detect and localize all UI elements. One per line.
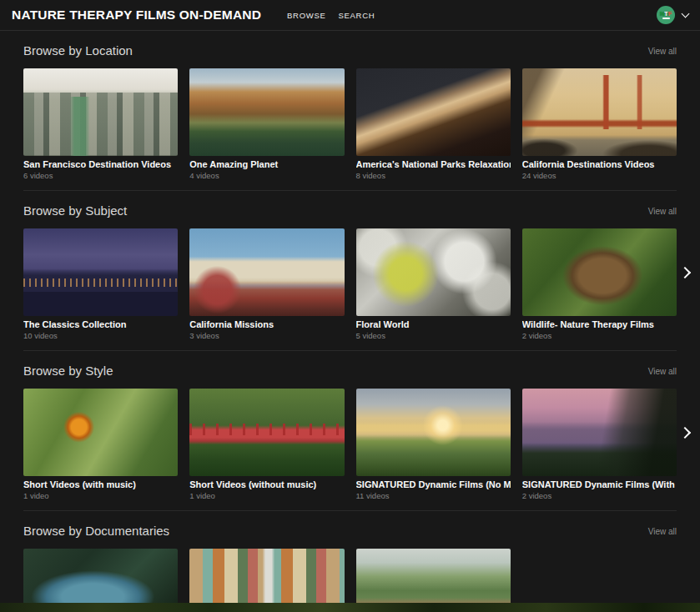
- section-browse-by-subject: Browse by Subject View all The Classics …: [0, 191, 700, 350]
- collection-card[interactable]: The Classics Collection 10 videos: [23, 228, 178, 340]
- collection-card[interactable]: Floral World 5 videos: [356, 228, 511, 340]
- card-title: San Francisco Destination Videos: [23, 159, 178, 170]
- collection-card[interactable]: Wildlife- Nature Therapy Films 2 videos: [522, 228, 677, 340]
- chevron-right-icon: [679, 427, 691, 439]
- brand-title[interactable]: NATURE THERAPY FILMS ON-DEMAND: [12, 8, 261, 23]
- thumbnail: [189, 68, 344, 156]
- card-video-count: 2 videos: [522, 331, 677, 340]
- card-row: Short Videos (with music) 1 video Short …: [23, 389, 677, 500]
- nav-search[interactable]: SEARCH: [339, 11, 375, 20]
- collection-card[interactable]: America's National Parks Relaxation ... …: [356, 68, 511, 180]
- app-header: NATURE THERAPY FILMS ON-DEMAND BROWSE SE…: [0, 0, 700, 31]
- nav-browse[interactable]: BROWSE: [287, 11, 325, 20]
- card-video-count: 24 videos: [522, 171, 677, 180]
- section-title: Browse by Style: [23, 364, 113, 378]
- scroll-right-button[interactable]: [674, 262, 696, 283]
- thumbnail: [23, 68, 178, 156]
- collection-card[interactable]: California Missions 3 videos: [189, 228, 344, 340]
- section-browse-by-style: Browse by Style View all Short Videos (w…: [0, 351, 700, 510]
- card-row: The Classics Collection 10 videos Califo…: [23, 228, 677, 340]
- avatar-logo: NTF: [660, 11, 672, 18]
- card-title: California Destinations Videos: [522, 159, 677, 170]
- section-title: Browse by Documentaries: [23, 524, 169, 538]
- avatar-underline: [662, 18, 670, 19]
- card-title: One Amazing Planet: [189, 159, 344, 170]
- card-video-count: 2 videos: [522, 491, 677, 500]
- collection-card[interactable]: California Destinations Videos 24 videos: [522, 68, 677, 180]
- thumbnail: [522, 68, 677, 156]
- thumbnail: [189, 228, 344, 316]
- card-title: Floral World: [356, 319, 511, 330]
- card-title: SIGNATURED Dynamic Films (No Mu...: [356, 479, 511, 490]
- card-video-count: 11 videos: [356, 491, 511, 500]
- collection-card[interactable]: Short Videos (with music) 1 video: [23, 389, 178, 500]
- collection-card[interactable]: San Francisco Destination Videos 6 video…: [23, 68, 178, 180]
- thumbnail: [522, 389, 677, 476]
- thumbnail: [356, 68, 511, 156]
- card-video-count: 8 videos: [356, 171, 511, 180]
- section-title: Browse by Subject: [23, 204, 127, 218]
- view-all-link[interactable]: View all: [648, 367, 677, 376]
- thumbnail: [23, 228, 178, 316]
- avatar-letter: F: [668, 11, 672, 18]
- main-nav: BROWSE SEARCH: [274, 11, 375, 20]
- card-title: The Classics Collection: [23, 319, 178, 330]
- thumbnail: [23, 389, 178, 476]
- view-all-link[interactable]: View all: [648, 47, 677, 56]
- card-video-count: 6 videos: [23, 171, 178, 180]
- chevron-down-icon: [682, 10, 690, 18]
- chevron-right-icon: [679, 267, 691, 278]
- collection-card[interactable]: SIGNATURED Dynamic Films (No Mu... 11 vi…: [356, 389, 511, 500]
- card-title: California Missions: [189, 319, 344, 330]
- next-row-preview: [0, 603, 700, 612]
- card-title: America's National Parks Relaxation ...: [356, 159, 511, 170]
- view-all-link[interactable]: View all: [648, 527, 677, 536]
- card-video-count: 3 videos: [189, 331, 344, 340]
- card-title: Short Videos (without music): [189, 479, 344, 490]
- collection-card[interactable]: Short Videos (without music) 1 video: [189, 389, 344, 500]
- card-video-count: 1 video: [189, 491, 344, 500]
- thumbnail: [189, 389, 344, 476]
- card-video-count: 5 videos: [356, 331, 511, 340]
- avatar: NTF: [657, 6, 675, 24]
- card-title: SIGNATURED Dynamic Films (With ...: [522, 479, 677, 490]
- section-browse-by-location: Browse by Location View all San Francisc…: [0, 31, 700, 190]
- view-all-link[interactable]: View all: [648, 207, 677, 216]
- collection-card[interactable]: SIGNATURED Dynamic Films (With ... 2 vid…: [522, 389, 677, 500]
- section-title: Browse by Location: [23, 44, 133, 58]
- account-menu-button[interactable]: NTF: [657, 6, 688, 24]
- section-browse-by-documentaries: Browse by Documentaries View all: [0, 511, 700, 612]
- collection-card[interactable]: One Amazing Planet 4 videos: [189, 68, 344, 180]
- thumbnail: [522, 228, 677, 316]
- thumbnail: [356, 389, 511, 476]
- thumbnail: [356, 228, 511, 316]
- scroll-right-button[interactable]: [674, 422, 696, 444]
- card-video-count: 10 videos: [23, 331, 178, 340]
- card-title: Short Videos (with music): [23, 479, 178, 490]
- card-video-count: 1 video: [23, 491, 178, 500]
- card-row: San Francisco Destination Videos 6 video…: [23, 68, 677, 180]
- card-video-count: 4 videos: [189, 171, 344, 180]
- card-title: Wildlife- Nature Therapy Films: [522, 319, 677, 330]
